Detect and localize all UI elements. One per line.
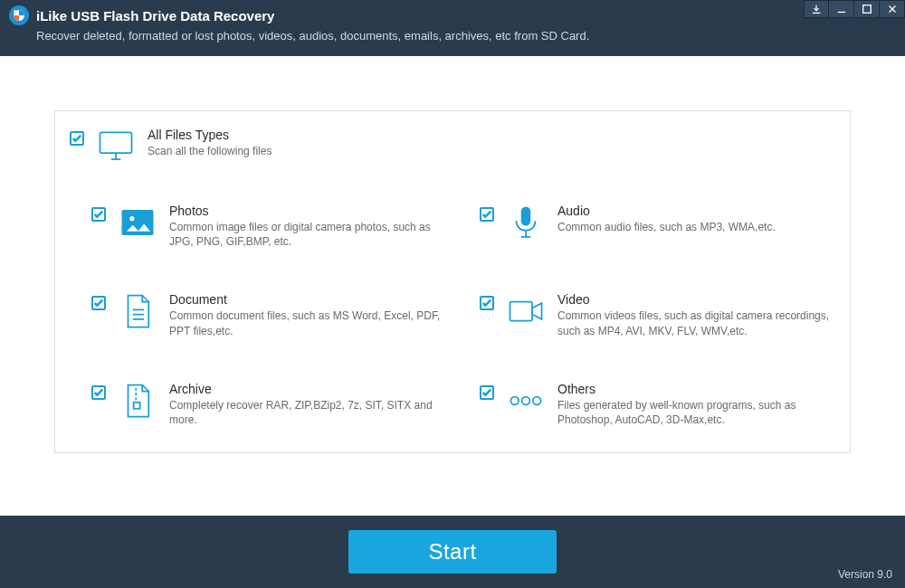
svg-point-9: [522, 396, 530, 404]
checkbox-video[interactable]: [480, 296, 494, 310]
start-button[interactable]: Start: [348, 530, 557, 574]
archive-icon: [119, 382, 157, 420]
app-logo-icon: [9, 5, 29, 25]
monitor-icon: [97, 128, 135, 166]
filetype-archive-desc: Completely recover RAR, ZIP,BZip2, 7z, S…: [169, 398, 452, 427]
close-button[interactable]: [880, 0, 905, 18]
filetype-photos-title: Photos: [169, 204, 452, 218]
filetype-photos: Photos Common image files or digital cam…: [91, 204, 452, 249]
checkbox-archive[interactable]: [91, 385, 106, 400]
filetype-video-desc: Common videos files, such as digital cam…: [557, 308, 841, 337]
filetype-audio-title: Audio: [557, 204, 776, 218]
minimize-button[interactable]: [829, 0, 854, 18]
others-icon: [507, 382, 545, 420]
svg-rect-6: [510, 302, 533, 321]
bottom-bar: Start Version 9.0: [0, 516, 905, 588]
filetype-others-title: Others: [557, 382, 841, 396]
svg-rect-7: [134, 403, 140, 409]
svg-point-4: [129, 215, 135, 222]
svg-rect-1: [862, 5, 871, 14]
checkbox-all[interactable]: [70, 131, 84, 146]
maximize-button[interactable]: [854, 0, 880, 18]
checkbox-photos[interactable]: [91, 207, 106, 222]
file-types-panel: All Files Types Scan all the following f…: [54, 110, 851, 453]
filetype-all-title: All Files Types: [148, 128, 272, 142]
filetype-archive-title: Archive: [169, 382, 452, 396]
checkbox-audio[interactable]: [480, 207, 494, 222]
checkbox-document[interactable]: [91, 296, 106, 310]
app-subtitle: Recover deleted, formatted or lost photo…: [36, 29, 589, 43]
download-button[interactable]: [804, 0, 829, 18]
filetype-photos-desc: Common image files or digital camera pho…: [169, 220, 452, 249]
filetype-audio-desc: Common audio files, such as MP3, WMA,etc…: [557, 220, 776, 234]
filetype-archive: Archive Completely recover RAR, ZIP,BZip…: [91, 382, 452, 427]
filetype-all: All Files Types Scan all the following f…: [64, 128, 841, 166]
filetype-video-title: Video: [557, 292, 841, 307]
app-title: iLike USB Flash Drive Data Recovery: [36, 8, 274, 24]
video-icon: [507, 292, 545, 330]
filetype-all-desc: Scan all the following files: [148, 144, 272, 158]
filetype-document-desc: Common document files, such as MS Word, …: [169, 308, 452, 337]
svg-point-10: [533, 396, 541, 404]
version-label: Version 9.0: [838, 568, 892, 581]
image-icon: [119, 204, 157, 242]
filetype-document-title: Document: [169, 292, 452, 307]
document-icon: [119, 292, 157, 330]
microphone-icon: [507, 204, 545, 242]
svg-point-8: [510, 396, 519, 404]
main-content: All Files Types Scan all the following f…: [0, 56, 905, 453]
filetype-audio: Audio Common audio files, such as MP3, W…: [480, 204, 841, 249]
filetype-others: Others Files generated by well-known pro…: [480, 382, 841, 427]
svg-rect-5: [521, 207, 531, 226]
filetype-others-desc: Files generated by well-known programs, …: [557, 398, 841, 427]
titlebar: iLike USB Flash Drive Data Recovery Reco…: [0, 0, 905, 56]
filetype-video: Video Common videos files, such as digit…: [480, 292, 841, 337]
window-controls: [804, 0, 905, 18]
svg-rect-2: [100, 132, 132, 153]
checkbox-others[interactable]: [480, 385, 494, 400]
filetype-document: Document Common document files, such as …: [91, 292, 452, 337]
